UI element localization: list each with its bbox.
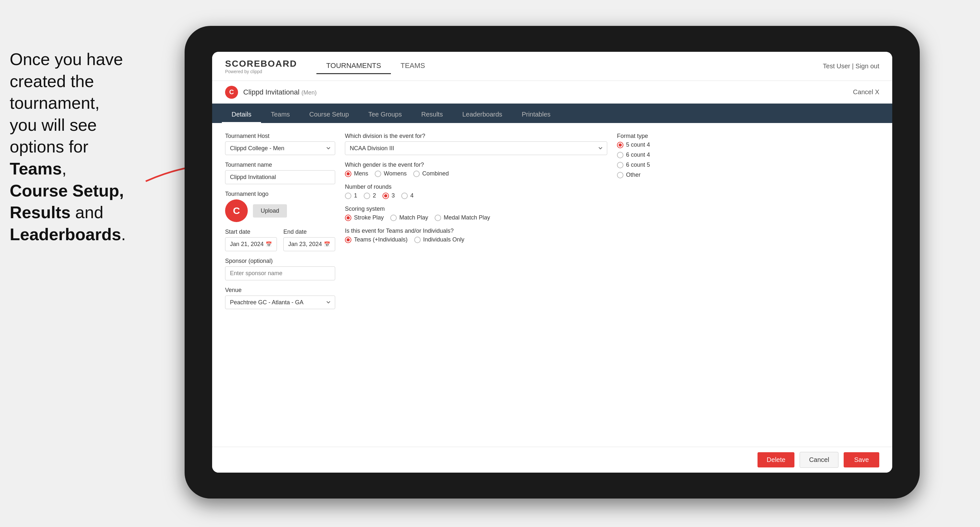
start-date-group: Start date Jan 21, 2024 📅 — [225, 229, 277, 251]
format-group: Format type 5 count 4 6 count 4 — [617, 133, 879, 178]
format-label: Format type — [617, 133, 879, 140]
logo-upload: C Upload — [225, 199, 335, 222]
rounds-1-radio[interactable] — [345, 193, 352, 199]
delete-button[interactable]: Delete — [757, 452, 794, 467]
teams-plus-individuals-label: Teams (+Individuals) — [354, 236, 408, 243]
top-cancel-button[interactable]: Cancel X — [853, 88, 879, 96]
tab-printables[interactable]: Printables — [512, 107, 560, 123]
date-group: Start date Jan 21, 2024 📅 End date Jan 2… — [225, 229, 335, 251]
left-column: Tournament Host Clippd College - Men Tou… — [225, 133, 335, 309]
teams-individuals-label: Is this event for Teams and/or Individua… — [345, 227, 607, 234]
venue-select[interactable]: Peachtree GC - Atlanta - GA — [225, 295, 335, 309]
nav-teams[interactable]: TEAMS — [391, 58, 435, 74]
tournament-name-group: Tournament name — [225, 162, 335, 184]
teams-individuals-group: Is this event for Teams and/or Individua… — [345, 227, 607, 243]
format-6count4-radio[interactable] — [617, 152, 624, 158]
end-date-group: End date Jan 23, 2024 📅 — [283, 229, 335, 251]
tournament-name: Clippd Invitational — [243, 88, 299, 96]
rounds-1-option[interactable]: 1 — [345, 192, 357, 199]
rounds-4-label: 4 — [410, 192, 414, 199]
main-content: Tournament Host Clippd College - Men Tou… — [212, 123, 892, 447]
teams-plus-individuals-option[interactable]: Teams (+Individuals) — [345, 236, 408, 243]
teams-plus-individuals-radio[interactable] — [345, 237, 352, 243]
end-date-value: Jan 23, 2024 — [288, 241, 322, 248]
gender-label: Which gender is the event for? — [345, 162, 607, 168]
tournament-logo-label: Tournament logo — [225, 190, 335, 197]
venue-label: Venue — [225, 287, 335, 294]
format-5count4-option[interactable]: 5 count 4 — [617, 141, 879, 148]
scoring-stroke-label: Stroke Play — [354, 214, 384, 221]
rounds-4-option[interactable]: 4 — [401, 192, 414, 199]
scoring-medal-radio[interactable] — [434, 214, 441, 221]
rounds-3-radio[interactable] — [382, 193, 389, 199]
app-header: SCOREBOARD Powered by clippd TOURNAMENTS… — [212, 52, 892, 81]
scoring-medal-label: Medal Match Play — [444, 214, 490, 221]
division-label: Which division is the event for? — [345, 133, 607, 140]
scoring-match-option[interactable]: Match Play — [390, 214, 428, 221]
gender-combined-radio[interactable] — [413, 171, 420, 177]
individuals-only-radio[interactable] — [414, 237, 421, 243]
scoring-stroke-option[interactable]: Stroke Play — [345, 214, 384, 221]
save-button[interactable]: Save — [844, 452, 879, 467]
format-6count4-label: 6 count 4 — [626, 151, 650, 158]
user-area[interactable]: Test User | Sign out — [823, 62, 879, 70]
scoring-stroke-radio[interactable] — [345, 214, 352, 221]
scoring-match-label: Match Play — [399, 214, 428, 221]
rounds-group: Number of rounds 1 2 — [345, 184, 607, 199]
tournament-host-label: Tournament Host — [225, 133, 335, 140]
scoring-match-radio[interactable] — [390, 214, 397, 221]
individuals-only-label: Individuals Only — [423, 236, 465, 243]
tab-results[interactable]: Results — [412, 107, 453, 123]
gender-combined-label: Combined — [422, 170, 449, 177]
scoring-group: Scoring system Stroke Play Match Play — [345, 206, 607, 221]
tournament-name-input[interactable] — [225, 170, 335, 184]
format-5count4-radio[interactable] — [617, 142, 624, 148]
sponsor-input[interactable] — [225, 267, 335, 280]
tab-tee-groups[interactable]: Tee Groups — [358, 107, 411, 123]
calendar-icon-2: 📅 — [324, 241, 330, 247]
rounds-2-label: 2 — [373, 192, 376, 199]
tournament-host-select[interactable]: Clippd College - Men — [225, 141, 335, 155]
gender-womens-radio[interactable] — [375, 171, 381, 177]
format-6count4-option[interactable]: 6 count 4 — [617, 151, 879, 158]
gender-womens-option[interactable]: Womens — [375, 170, 407, 177]
tab-details[interactable]: Details — [222, 107, 261, 123]
top-nav: TOURNAMENTS TEAMS — [317, 58, 434, 74]
format-radio-group: 5 count 4 6 count 4 6 count 5 — [617, 141, 879, 178]
division-select[interactable]: NCAA Division III — [345, 141, 607, 155]
gender-mens-radio[interactable] — [345, 171, 352, 177]
tab-leaderboards[interactable]: Leaderboards — [452, 107, 512, 123]
upload-button[interactable]: Upload — [253, 204, 287, 217]
form-grid: Tournament Host Clippd College - Men Tou… — [225, 133, 879, 309]
tournament-men-tag: (Men) — [302, 89, 317, 96]
tournament-host-group: Tournament Host Clippd College - Men — [225, 133, 335, 155]
rounds-4-radio[interactable] — [401, 193, 408, 199]
rounds-3-option[interactable]: 3 — [382, 192, 395, 199]
scoring-label: Scoring system — [345, 206, 607, 212]
tab-course-setup[interactable]: Course Setup — [299, 107, 358, 123]
format-6count5-radio[interactable] — [617, 162, 624, 168]
scoring-radio-group: Stroke Play Match Play Medal Match Play — [345, 214, 607, 221]
format-other-option[interactable]: Other — [617, 171, 879, 178]
middle-column: Which division is the event for? NCAA Di… — [345, 133, 607, 309]
tab-teams[interactable]: Teams — [261, 107, 299, 123]
scoring-medal-option[interactable]: Medal Match Play — [434, 214, 490, 221]
logo-sub: Powered by clippd — [225, 69, 297, 74]
nav-tournaments[interactable]: TOURNAMENTS — [317, 58, 391, 74]
individuals-only-option[interactable]: Individuals Only — [414, 236, 465, 243]
cancel-button[interactable]: Cancel — [800, 452, 838, 468]
tablet-screen: SCOREBOARD Powered by clippd TOURNAMENTS… — [212, 52, 892, 473]
format-other-radio[interactable] — [617, 172, 624, 178]
gender-mens-option[interactable]: Mens — [345, 170, 368, 177]
tournament-name-label: Tournament name — [225, 162, 335, 168]
format-6count5-option[interactable]: 6 count 5 — [617, 162, 879, 168]
rounds-2-option[interactable]: 2 — [364, 192, 376, 199]
start-date-input[interactable]: Jan 21, 2024 📅 — [225, 237, 277, 251]
start-date-label: Start date — [225, 229, 277, 235]
format-5count4-label: 5 count 4 — [626, 141, 650, 148]
end-date-input[interactable]: Jan 23, 2024 📅 — [283, 237, 335, 251]
rounds-2-radio[interactable] — [364, 193, 370, 199]
gender-combined-option[interactable]: Combined — [413, 170, 449, 177]
gender-mens-label: Mens — [354, 170, 368, 177]
start-date-value: Jan 21, 2024 — [230, 241, 264, 248]
